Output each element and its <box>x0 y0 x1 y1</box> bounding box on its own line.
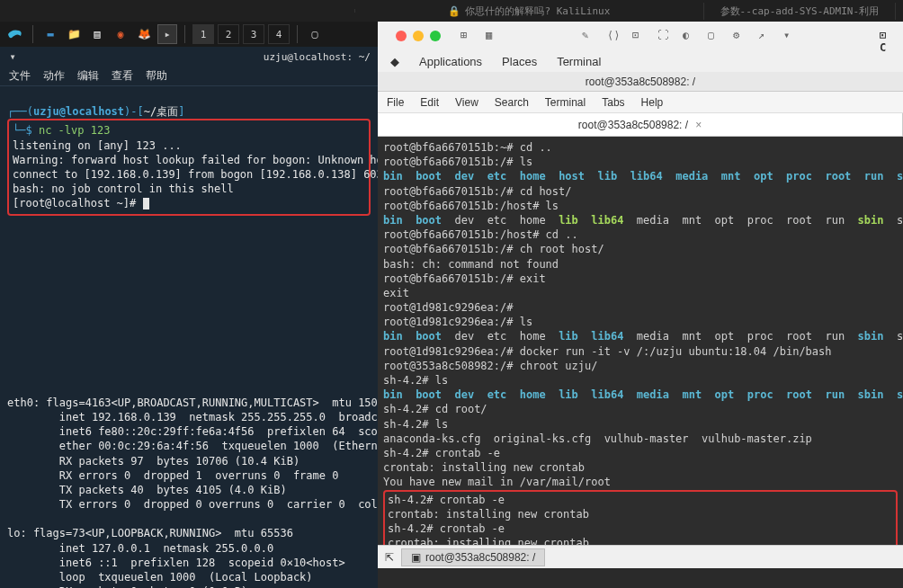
window-controls <box>387 31 450 41</box>
menu-help[interactable]: Help <box>641 96 664 109</box>
browser-icon[interactable]: ◉ <box>111 24 130 44</box>
window-title: root@353a8c508982: / <box>586 76 695 88</box>
line: ether 00:0c:29:6a:4f:56 txqueuelen 1000 … <box>7 440 378 452</box>
tab-label: 你思什的的解释吗? KaliLinux <box>465 4 610 18</box>
terminal-content[interactable]: ┌──(uzju@localhost)-[~/桌面] └─$ nc -lvp 1… <box>0 86 378 588</box>
minimize-button[interactable] <box>413 31 424 41</box>
browser-tab[interactable] <box>7 9 355 13</box>
separator <box>297 25 298 43</box>
line: lo: flags=73<UP,LOOPBACK,RUNNING> mtu 65… <box>7 527 293 539</box>
separator <box>184 25 185 43</box>
tool-icon[interactable]: ▢ <box>708 29 722 43</box>
terminal-tab[interactable]: root@353a8c508982: / × <box>378 113 903 136</box>
workspace-4[interactable]: 4 <box>268 24 290 44</box>
tab-label: 参数--cap-add-SYS-ADMIN-利用 <box>720 4 879 18</box>
close-button[interactable] <box>396 31 407 41</box>
line: inet 192.168.0.139 netmask 255.255.255.0… <box>7 411 378 423</box>
app-icon[interactable]: ▢ <box>305 24 325 44</box>
tool-icon[interactable]: ↗ <box>758 29 773 43</box>
right-terminal-window: root@353a8c508982: / File Edit View Sear… <box>378 72 903 568</box>
browser-tab[interactable]: 参数--cap-add-SYS-ADMIN-利用 <box>704 3 896 20</box>
window-menu-icon[interactable]: ▾ <box>5 49 20 64</box>
line: RX packets 97 bytes 10706 (10.4 KiB) <box>7 455 300 468</box>
tool-icon[interactable]: ⟨⟩ <box>607 29 621 43</box>
panel-label: root@353a8c508982: / <box>425 551 535 564</box>
line: [root@localhost ~]# <box>13 197 143 209</box>
menu-places[interactable]: Places <box>502 55 537 68</box>
line: inet6 fe80::20c:29ff:fe6a:4f56 prefixlen… <box>7 425 378 438</box>
panel-icon[interactable]: ⇱ <box>385 551 394 564</box>
window-title: uzju@localhost: ~/ <box>264 51 371 63</box>
browser-tab-strip: 🔒 你思什的的解释吗? KaliLinux 参数--cap-add-SYS-AD… <box>0 0 903 22</box>
prompt-user: uzju@localhost <box>33 105 124 118</box>
line: inet6 ::1 prefixlen 128 scopeid 0×10<hos… <box>7 557 345 569</box>
tool-icon[interactable]: ✎ <box>582 29 596 43</box>
titlebar[interactable]: root@353a8c508982: / <box>378 72 903 92</box>
tool-icon[interactable]: ⊡ <box>632 29 647 43</box>
separator <box>32 25 33 43</box>
toolbar: ⊞ ▦ ✎ ⟨⟩ ⊡ ⛶ ◐ ▢ ⚙ ↗ ▾ ⊡ C <box>378 22 903 50</box>
menu-tabs[interactable]: Tabs <box>602 96 624 109</box>
workspace-1[interactable]: 1 <box>192 24 214 44</box>
menu-help[interactable]: 帮助 <box>146 68 167 84</box>
line: inet 127.0.0.1 netmask 255.0.0.0 <box>7 542 273 555</box>
fullscreen-icon[interactable]: ⊡ C <box>880 29 894 43</box>
menu-terminal[interactable]: Terminal <box>557 55 601 68</box>
folder-icon[interactable]: ▬ <box>40 24 60 44</box>
terminal-icon[interactable]: ▸ <box>157 24 177 44</box>
line: loop txqueuelen 1000 (Local Loopback) <box>7 571 313 584</box>
terminal-content[interactable]: root@bf6a6670151b:~# cd .. root@bf6a6670… <box>378 137 903 545</box>
left-terminal-window: ▾ uzju@localhost: ~/ 文件 动作 编辑 查看 帮助 ┌──(… <box>0 47 378 588</box>
menu-file[interactable]: File <box>387 96 404 109</box>
browser-tab[interactable]: 🔒 你思什的的解释吗? KaliLinux <box>355 3 703 20</box>
line: TX errors 0 dropped 0 overruns 0 carrier… <box>7 498 378 511</box>
tab-bar: root@353a8c508982: / × <box>378 113 903 137</box>
tool-icon[interactable]: ⚙ <box>733 29 747 43</box>
right-app-chrome: ⊞ ▦ ✎ ⟨⟩ ⊡ ⛶ ◐ ▢ ⚙ ↗ ▾ ⊡ C ◆ Application… <box>378 22 903 72</box>
files-icon[interactable]: 📁 <box>64 24 84 44</box>
close-icon[interactable]: × <box>695 119 702 131</box>
tool-icon[interactable]: ◐ <box>683 29 697 43</box>
titlebar[interactable]: ▾ uzju@localhost: ~/ <box>0 47 378 67</box>
kali-logo-icon[interactable] <box>5 24 25 44</box>
line: listening on [any] 123 ... <box>13 139 182 152</box>
line: connect to [192.168.0.139] from bogon [1… <box>13 168 378 181</box>
cursor <box>143 198 149 209</box>
line: Warning: forward host lookup failed for … <box>13 154 378 166</box>
tool-icon[interactable]: ▾ <box>783 29 798 43</box>
maximize-button[interactable] <box>430 31 441 41</box>
editor-icon[interactable]: ▤ <box>87 24 107 44</box>
line: RX errors 0 dropped 1 overruns 0 frame 0 <box>7 469 338 482</box>
menu-view[interactable]: View <box>455 96 478 109</box>
line: eth0: flags=4163<UP,BROADCAST,RUNNING,MU… <box>7 396 378 409</box>
grid-icon[interactable]: ⊞ <box>460 29 475 43</box>
menu-applications[interactable]: Applications <box>419 55 482 68</box>
menu-search[interactable]: Search <box>495 96 529 109</box>
menu-view[interactable]: 查看 <box>112 68 133 84</box>
menu-file[interactable]: 文件 <box>9 68 31 84</box>
line: bash: no job control in this shell <box>13 183 234 195</box>
workspace-2[interactable]: 2 <box>218 24 239 44</box>
tab-label: root@353a8c508982: / <box>578 119 688 131</box>
lock-icon: 🔒 <box>448 5 460 17</box>
prompt-path: ~/桌面 <box>144 105 178 118</box>
menu-action[interactable]: 动作 <box>43 68 65 84</box>
line: TX packets 40 bytes 4105 (4.0 KiB) <box>7 484 287 496</box>
tool-icon[interactable]: ⛶ <box>657 29 672 43</box>
highlighted-output: └─$ nc -lvp 123 listening on [any] 123 .… <box>7 119 371 215</box>
firefox-icon[interactable]: 🦊 <box>134 24 154 44</box>
menu-edit[interactable]: Edit <box>420 96 439 109</box>
panel-window-item[interactable]: ▣ root@353a8c508982: / <box>401 548 545 566</box>
menu-terminal[interactable]: Terminal <box>545 96 586 109</box>
terminal-icon: ▣ <box>411 551 421 564</box>
gnome-menubar: ◆ Applications Places Terminal <box>378 50 903 72</box>
menu-edit[interactable]: 编辑 <box>77 68 99 84</box>
menubar: 文件 动作 编辑 查看 帮助 <box>0 67 378 86</box>
layers-icon[interactable]: ▦ <box>486 29 500 43</box>
menubar: File Edit View Search Terminal Tabs Help <box>378 92 903 113</box>
workspace-3[interactable]: 3 <box>243 24 264 44</box>
cmd: nc -lvp 123 <box>39 124 110 137</box>
bottom-panel: ⇱ ▣ root@353a8c508982: / <box>378 545 903 568</box>
activities-icon[interactable]: ◆ <box>390 55 399 68</box>
